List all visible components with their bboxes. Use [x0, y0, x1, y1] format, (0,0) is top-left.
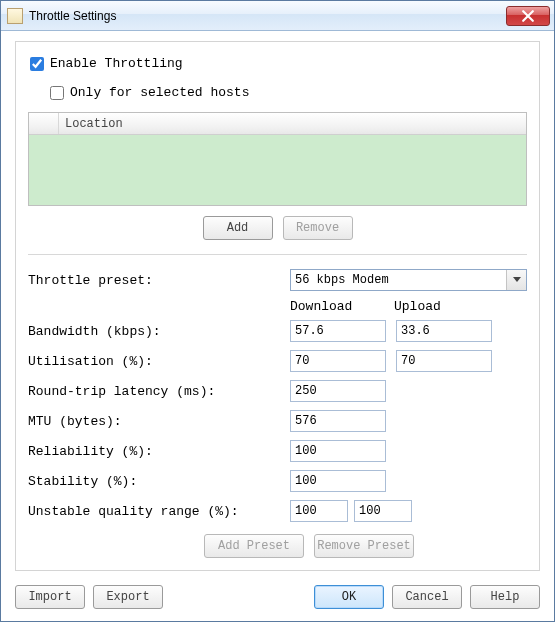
window-title: Throttle Settings [29, 9, 506, 23]
unstable-high-input[interactable] [354, 500, 412, 522]
only-selected-hosts-checkbox[interactable] [50, 86, 64, 100]
column-headers: Download Upload [28, 299, 527, 314]
hosts-buttons-row: Add Remove [28, 216, 527, 240]
utilisation-label: Utilisation (%): [28, 354, 290, 369]
stability-input[interactable] [290, 470, 386, 492]
chevron-down-icon [513, 277, 521, 283]
hosts-list-header: Location [29, 113, 526, 135]
throttle-preset-value: 56 kbps Modem [291, 270, 506, 290]
remove-preset-button[interactable]: Remove Preset [314, 534, 414, 558]
bandwidth-download-input[interactable] [290, 320, 386, 342]
app-icon [7, 8, 23, 24]
preset-buttons-row: Add Preset Remove Preset [204, 534, 527, 558]
stability-label: Stability (%): [28, 474, 290, 489]
unstable-range-row: Unstable quality range (%): [28, 500, 527, 522]
rtt-label: Round-trip latency (ms): [28, 384, 290, 399]
close-button[interactable] [506, 6, 550, 26]
throttle-settings-window: Throttle Settings Enable Throttling Only… [0, 0, 555, 622]
separator [28, 254, 527, 255]
rtt-input[interactable] [290, 380, 386, 402]
unstable-range-label: Unstable quality range (%): [28, 504, 290, 519]
inner-panel: Enable Throttling Only for selected host… [15, 41, 540, 571]
cancel-button[interactable]: Cancel [392, 585, 462, 609]
enable-throttling-row[interactable]: Enable Throttling [30, 56, 527, 71]
utilisation-row: Utilisation (%): [28, 350, 527, 372]
add-preset-button[interactable]: Add Preset [204, 534, 304, 558]
utilisation-download-input[interactable] [290, 350, 386, 372]
hosts-header-spacer [29, 113, 59, 134]
mtu-row: MTU (bytes): [28, 410, 527, 432]
stability-row: Stability (%): [28, 470, 527, 492]
only-selected-hosts-row[interactable]: Only for selected hosts [50, 85, 527, 100]
bandwidth-upload-input[interactable] [396, 320, 492, 342]
unstable-low-input[interactable] [290, 500, 348, 522]
hosts-list[interactable]: Location [28, 112, 527, 206]
export-button[interactable]: Export [93, 585, 163, 609]
download-column-header: Download [290, 299, 394, 314]
hosts-location-column[interactable]: Location [59, 117, 123, 131]
rtt-row: Round-trip latency (ms): [28, 380, 527, 402]
only-selected-hosts-label: Only for selected hosts [70, 85, 249, 100]
enable-throttling-checkbox[interactable] [30, 57, 44, 71]
enable-throttling-label: Enable Throttling [50, 56, 183, 71]
close-icon [522, 10, 534, 22]
remove-host-button[interactable]: Remove [283, 216, 353, 240]
footer-buttons: Import Export OK Cancel Help [15, 585, 540, 609]
throttle-preset-label: Throttle preset: [28, 273, 290, 288]
throttle-preset-select[interactable]: 56 kbps Modem [290, 269, 527, 291]
mtu-label: MTU (bytes): [28, 414, 290, 429]
titlebar: Throttle Settings [1, 1, 554, 31]
content-area: Enable Throttling Only for selected host… [1, 31, 554, 621]
bandwidth-row: Bandwidth (kbps): [28, 320, 527, 342]
ok-button[interactable]: OK [314, 585, 384, 609]
throttle-preset-row: Throttle preset: 56 kbps Modem [28, 269, 527, 291]
add-host-button[interactable]: Add [203, 216, 273, 240]
throttle-preset-dropdown-button[interactable] [506, 270, 526, 290]
help-button[interactable]: Help [470, 585, 540, 609]
reliability-label: Reliability (%): [28, 444, 290, 459]
utilisation-upload-input[interactable] [396, 350, 492, 372]
reliability-input[interactable] [290, 440, 386, 462]
mtu-input[interactable] [290, 410, 386, 432]
import-button[interactable]: Import [15, 585, 85, 609]
upload-column-header: Upload [394, 299, 498, 314]
reliability-row: Reliability (%): [28, 440, 527, 462]
bandwidth-label: Bandwidth (kbps): [28, 324, 290, 339]
